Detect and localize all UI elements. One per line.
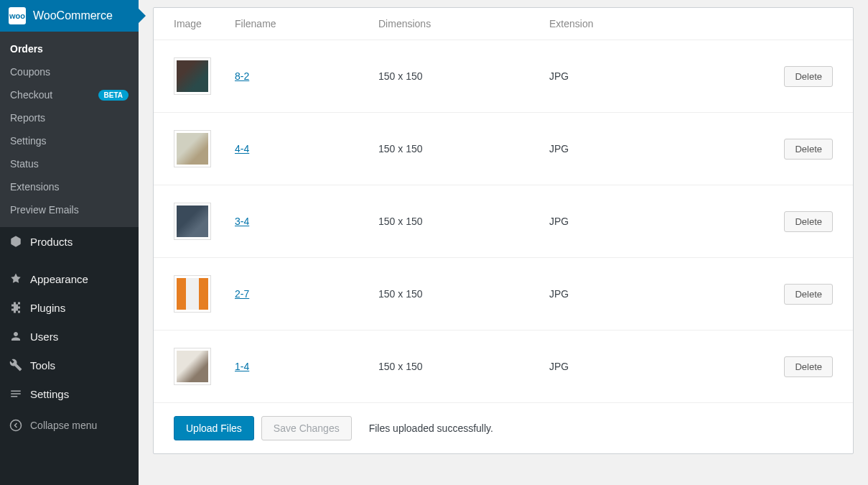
cell-filename: 1-4: [235, 361, 378, 372]
menu-plugins[interactable]: Plugins: [0, 293, 139, 322]
files-table: Image Filename Dimensions Extension 8-2 …: [153, 7, 854, 454]
delete-button[interactable]: Delete: [784, 66, 833, 87]
filename-link[interactable]: 8-2: [235, 70, 249, 82]
svg-point-0: [11, 420, 22, 431]
woocommerce-icon: woo: [9, 7, 26, 24]
admin-sidebar: woo WooCommerce Orders Coupons Checkout …: [0, 0, 139, 485]
menu-appearance[interactable]: Appearance: [0, 264, 139, 293]
filename-link[interactable]: 2-7: [235, 288, 249, 300]
menu-products[interactable]: Products: [0, 227, 139, 256]
cell-filename: 8-2: [235, 70, 378, 82]
delete-button[interactable]: Delete: [784, 356, 833, 377]
cell-image: [174, 348, 235, 385]
menu-settings[interactable]: Settings: [0, 379, 139, 408]
submenu-item-label: Orders: [10, 43, 43, 55]
thumbnail[interactable]: [174, 130, 211, 167]
menu-tools[interactable]: Tools: [0, 351, 139, 379]
thumbnail[interactable]: [174, 203, 211, 240]
cell-action: Delete: [768, 211, 833, 232]
submenu-item-label: Preview Emails: [10, 204, 79, 216]
cell-action: Delete: [768, 139, 833, 160]
cell-filename: 3-4: [235, 216, 378, 227]
thumbnail[interactable]: [174, 275, 211, 313]
header-filename: Filename: [235, 18, 378, 29]
cell-extension: JPG: [549, 361, 768, 372]
menu-item-label: Tools: [30, 359, 55, 371]
cell-image: [174, 275, 235, 313]
woocommerce-submenu: Orders Coupons Checkout BETA Reports Set…: [0, 32, 139, 227]
collapse-menu[interactable]: Collapse menu: [0, 411, 139, 440]
table-row: 4-4 150 x 150 JPG Delete: [154, 112, 853, 185]
cell-extension: JPG: [549, 288, 768, 300]
header-action: [768, 18, 833, 29]
header-dimensions: Dimensions: [378, 18, 549, 29]
menu-item-label: Users: [30, 331, 58, 343]
table-row: 2-7 150 x 150 JPG Delete: [154, 257, 853, 330]
settings-icon: [9, 387, 23, 401]
submenu-item-label: Extensions: [10, 181, 59, 193]
footer-actions: Upload Files Save Changes Files uploaded…: [154, 402, 853, 453]
collapse-icon: [9, 418, 23, 433]
table-header: Image Filename Dimensions Extension: [154, 8, 853, 40]
cell-dimensions: 150 x 150: [378, 143, 549, 154]
plugins-icon: [9, 300, 23, 315]
cell-image: [174, 130, 235, 167]
filename-link[interactable]: 4-4: [235, 143, 249, 154]
main-content: Image Filename Dimensions Extension 8-2 …: [139, 0, 868, 485]
menu-item-label: Products: [30, 236, 73, 248]
table-row: 1-4 150 x 150 JPG Delete: [154, 330, 853, 402]
thumbnail[interactable]: [174, 57, 211, 95]
cell-image: [174, 57, 235, 95]
cell-extension: JPG: [549, 70, 768, 82]
cell-image: [174, 203, 235, 240]
filename-link[interactable]: 1-4: [235, 361, 249, 372]
delete-button[interactable]: Delete: [784, 139, 833, 160]
submenu-checkout[interactable]: Checkout BETA: [0, 83, 139, 106]
thumbnail[interactable]: [174, 348, 211, 385]
submenu-item-label: Settings: [10, 135, 47, 147]
cell-action: Delete: [768, 66, 833, 87]
table-row: 8-2 150 x 150 JPG Delete: [154, 40, 853, 112]
tools-icon: [9, 358, 23, 372]
menu-users[interactable]: Users: [0, 322, 139, 351]
table-row: 3-4 150 x 150 JPG Delete: [154, 185, 853, 257]
cell-dimensions: 150 x 150: [378, 361, 549, 372]
submenu-orders[interactable]: Orders: [0, 37, 139, 60]
submenu-preview-emails[interactable]: Preview Emails: [0, 198, 139, 221]
cell-extension: JPG: [549, 216, 768, 227]
submenu-item-label: Checkout: [10, 89, 52, 101]
collapse-label: Collapse menu: [30, 420, 97, 431]
submenu-reports[interactable]: Reports: [0, 106, 139, 129]
submenu-status[interactable]: Status: [0, 152, 139, 175]
appearance-icon: [9, 272, 23, 286]
beta-badge: BETA: [98, 90, 129, 101]
cell-action: Delete: [768, 356, 833, 377]
header-image: Image: [174, 18, 235, 29]
menu-item-label: Plugins: [30, 302, 65, 314]
filename-link[interactable]: 3-4: [235, 216, 249, 227]
submenu-settings[interactable]: Settings: [0, 129, 139, 152]
status-message: Files uploaded successfully.: [369, 422, 493, 434]
sidebar-header-woocommerce[interactable]: woo WooCommerce: [0, 0, 139, 32]
cell-filename: 2-7: [235, 288, 378, 300]
submenu-item-label: Reports: [10, 112, 45, 124]
upload-files-button[interactable]: Upload Files: [174, 416, 254, 440]
cell-filename: 4-4: [235, 143, 378, 154]
menu-item-label: Appearance: [30, 273, 88, 285]
submenu-coupons[interactable]: Coupons: [0, 60, 139, 83]
users-icon: [9, 329, 23, 343]
menu-item-label: Settings: [30, 388, 69, 400]
cell-extension: JPG: [549, 143, 768, 154]
submenu-extensions[interactable]: Extensions: [0, 175, 139, 198]
cell-action: Delete: [768, 284, 833, 305]
save-changes-button[interactable]: Save Changes: [261, 416, 352, 440]
submenu-item-label: Status: [10, 158, 39, 170]
header-extension: Extension: [549, 18, 768, 29]
sidebar-header-title: WooCommerce: [33, 9, 113, 22]
cell-dimensions: 150 x 150: [378, 216, 549, 227]
submenu-item-label: Coupons: [10, 66, 50, 78]
delete-button[interactable]: Delete: [784, 211, 833, 232]
delete-button[interactable]: Delete: [784, 284, 833, 305]
cell-dimensions: 150 x 150: [378, 70, 549, 82]
cell-dimensions: 150 x 150: [378, 288, 549, 300]
